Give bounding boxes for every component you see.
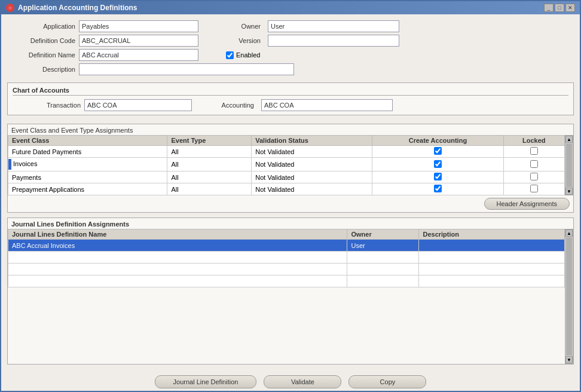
scroll-down-button[interactable]: ▼ [565, 356, 573, 363]
coa-header: Chart of Accounts [13, 87, 568, 96]
validate-button[interactable]: Validate [264, 375, 341, 388]
transaction-label: Transaction [13, 102, 84, 109]
journal-table-scrollbar[interactable]: ▲ ▼ [565, 229, 573, 364]
owner-cell [347, 264, 419, 275]
version-input[interactable] [268, 35, 399, 47]
window-icon: ○ [6, 4, 14, 12]
event-type-cell: All [167, 146, 252, 158]
accounting-group: Accounting [216, 99, 393, 111]
table-row[interactable]: Invoices All Not Validated [8, 158, 565, 172]
col-create-accounting: Create Accounting [372, 136, 503, 146]
col-owner: Owner [347, 229, 419, 240]
create-accounting-cell [372, 146, 503, 158]
header-assignments-button[interactable]: Header Assignments [484, 198, 570, 210]
owner-input[interactable] [268, 20, 399, 32]
event-type-cell: All [167, 158, 252, 172]
main-window: ○ Application Accounting Definitions _ □… [0, 0, 581, 392]
create-accounting-checkbox[interactable] [434, 173, 442, 180]
validation-status-cell: Not Validated [252, 183, 372, 195]
locked-cell [503, 158, 564, 172]
table-row[interactable]: Payments All Not Validated [8, 172, 565, 183]
col-description: Description [419, 229, 565, 240]
event-class-cell: Future Dated Payments [8, 146, 167, 158]
journal-name-cell: ABC Accrual Invoices [8, 240, 347, 252]
table-row[interactable] [8, 252, 565, 264]
owner-group: Owner [222, 20, 399, 32]
enabled-checkbox-group: Enabled [226, 51, 260, 59]
event-table: Event Class Event Type Validation Status… [8, 135, 565, 195]
locked-checkbox[interactable] [530, 147, 538, 155]
definition-name-input[interactable] [79, 49, 198, 61]
form-section: Application Owner Definition Code Versio… [7, 20, 574, 78]
event-table-scrollbar[interactable]: ▲ ▼ [565, 135, 573, 195]
create-accounting-checkbox[interactable] [434, 147, 442, 155]
bottom-buttons: Journal Line Definition Validate Copy [1, 370, 580, 391]
journal-name-cell [8, 264, 347, 275]
accounting-label: Accounting [216, 102, 258, 109]
definition-code-input[interactable] [79, 35, 198, 47]
locked-cell [503, 146, 564, 158]
copy-button[interactable]: Copy [348, 375, 426, 388]
description-cell [419, 240, 565, 252]
create-accounting-cell [372, 183, 503, 195]
journal-name-cell [8, 275, 347, 287]
accounting-input[interactable] [261, 99, 393, 111]
definition-code-row: Definition Code Version [7, 35, 574, 47]
scroll-thumb[interactable] [566, 237, 572, 356]
enabled-group: Enabled [222, 51, 260, 59]
validation-status-cell: Not Validated [252, 146, 372, 158]
application-input[interactable] [79, 20, 198, 32]
owner-cell [347, 252, 419, 264]
locked-checkbox[interactable] [530, 185, 538, 192]
event-section-title: Event Class and Event Type Assignments [8, 124, 573, 135]
scroll-up-button[interactable]: ▲ [565, 229, 573, 237]
create-accounting-checkbox[interactable] [434, 160, 442, 168]
description-cell [419, 264, 565, 275]
validation-status-cell: Not Validated [252, 158, 372, 172]
journal-table-inner: Journal Lines Definition Name Owner Desc… [8, 229, 565, 364]
event-class-cell: Invoices [8, 158, 167, 172]
enabled-checkbox[interactable] [226, 51, 234, 59]
event-table-container: Event Class Event Type Validation Status… [8, 135, 573, 195]
maximize-button[interactable]: □ [555, 4, 564, 12]
journal-section: Journal Lines Definition Assignments Jou… [7, 218, 574, 365]
close-button[interactable]: ✕ [565, 4, 575, 12]
version-label: Version [222, 37, 264, 44]
row-indicator [8, 159, 11, 170]
scroll-up-button[interactable]: ▲ [565, 136, 573, 143]
table-row[interactable]: ABC Accrual Invoices User [8, 240, 565, 252]
window-title: Application Accounting Definitions [18, 4, 137, 12]
table-row[interactable]: Prepayment Applications All Not Validate… [8, 183, 565, 195]
locked-checkbox[interactable] [530, 173, 538, 180]
journal-section-title: Journal Lines Definition Assignments [8, 218, 573, 229]
table-row[interactable] [8, 275, 565, 287]
create-accounting-cell [372, 172, 503, 183]
definition-name-label: Definition Name [7, 51, 79, 59]
table-row[interactable]: Future Dated Payments All Not Validated [8, 146, 565, 158]
description-input[interactable] [79, 63, 294, 75]
scroll-thumb[interactable] [566, 143, 572, 187]
minimize-button[interactable]: _ [544, 4, 554, 12]
journal-line-definition-button[interactable]: Journal Line Definition [155, 375, 257, 388]
description-cell [419, 252, 565, 264]
locked-cell [503, 183, 564, 195]
chart-of-accounts-section: Chart of Accounts Transaction Accounting [7, 82, 574, 115]
owner-label: Owner [222, 23, 264, 30]
transaction-input[interactable] [84, 99, 192, 111]
application-label: Application [7, 23, 79, 30]
owner-cell: User [347, 240, 419, 252]
create-accounting-checkbox[interactable] [434, 185, 442, 192]
locked-checkbox[interactable] [530, 160, 538, 168]
title-bar: ○ Application Accounting Definitions _ □… [1, 1, 580, 14]
event-class-cell: Payments [8, 172, 167, 183]
col-event-class: Event Class [8, 136, 167, 146]
event-type-cell: All [167, 172, 252, 183]
table-row[interactable] [8, 264, 565, 275]
locked-cell [503, 172, 564, 183]
header-assignments-row: Header Assignments [8, 195, 573, 212]
title-bar-left: ○ Application Accounting Definitions [6, 4, 137, 12]
col-journal-name: Journal Lines Definition Name [8, 229, 347, 240]
coa-row: Transaction Accounting [13, 99, 568, 111]
description-row: Description [7, 63, 574, 75]
scroll-down-button[interactable]: ▼ [565, 188, 573, 195]
